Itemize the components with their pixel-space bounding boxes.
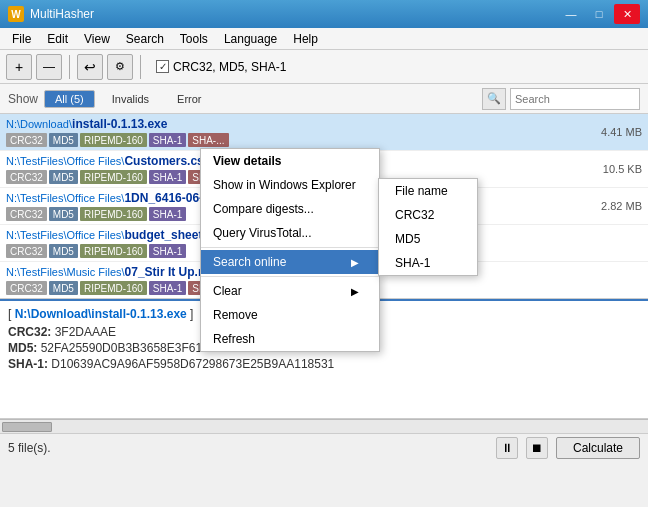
tag-md5: MD5 [49,207,78,221]
tag-ripemd: RIPEMD-160 [80,244,147,258]
tag-ripemd: RIPEMD-160 [80,170,147,184]
sub-sha1[interactable]: SHA-1 [379,251,477,275]
ctx-query-virustotal[interactable]: Query VirusTotal... [201,221,379,245]
tag-ripemd: RIPEMD-160 [80,207,147,221]
maximize-button[interactable]: □ [586,4,612,24]
pause-button[interactable]: ⏸ [496,437,518,459]
filter-all-button[interactable]: All (5) [44,90,95,108]
file-path: N:\Download\install-0.1.13.exe [6,117,601,131]
tag-sha1: SHA-1 [149,244,186,258]
stop-button[interactable]: ⏹ [526,437,548,459]
tag-md5: MD5 [49,281,78,295]
table-row[interactable]: N:\Download\install-0.1.13.exe CRC32 MD5… [0,114,648,151]
tag-sha-extra: SHA-... [188,133,228,147]
minimize-button[interactable]: — [558,4,584,24]
app-title: MultiHasher [30,7,94,21]
file-tags: CRC32 MD5 RIPEMD-160 SHA-1 SHA-... [6,133,601,147]
ctx-separator-2 [201,276,379,277]
ctx-search-online-label: Search online [213,255,286,269]
tag-crc32: CRC32 [6,133,47,147]
ctx-search-online[interactable]: Search online ▶ [201,250,379,274]
filter-bar: Show All (5) Invalids Error 🔍 [0,84,648,114]
sub-filename[interactable]: File name [379,179,477,203]
ctx-show-explorer[interactable]: Show in Windows Explorer [201,173,379,197]
submenu: File name CRC32 MD5 SHA-1 [378,178,478,276]
tag-sha1: SHA-1 [149,207,186,221]
tag-crc32: CRC32 [6,170,47,184]
details-path-link[interactable]: N:\Download\install-0.1.13.exe [15,307,187,321]
scroll-thumb[interactable] [2,422,52,432]
menu-bar: File Edit View Search Tools Language Hel… [0,28,648,50]
search-area: 🔍 [482,88,640,110]
tag-crc32: CRC32 [6,207,47,221]
tag-md5: MD5 [49,133,78,147]
toolbar: + — ↩ ⚙ ✓ CRC32, MD5, SHA-1 [0,50,648,84]
title-bar-left: W MultiHasher [8,6,94,22]
ctx-view-details[interactable]: View details [201,149,379,173]
filter-error-button[interactable]: Error [166,90,212,108]
tag-ripemd: RIPEMD-160 [80,133,147,147]
sub-crc32[interactable]: CRC32 [379,203,477,227]
file-info: N:\Download\install-0.1.13.exe CRC32 MD5… [6,117,601,147]
tag-crc32: CRC32 [6,244,47,258]
hash-options: ✓ CRC32, MD5, SHA-1 [156,60,286,74]
check-mark-icon: ✓ [159,61,167,72]
md5-label: MD5: [8,341,37,355]
hash-checkbox[interactable]: ✓ [156,60,169,73]
back-button[interactable]: ↩ [77,54,103,80]
file-size: 2.82 MB [601,200,642,212]
tag-md5: MD5 [49,244,78,258]
menu-search[interactable]: Search [118,28,172,49]
horizontal-scrollbar[interactable] [0,419,648,433]
title-bar-controls: — □ ✕ [558,4,640,24]
ctx-refresh[interactable]: Refresh [201,327,379,351]
tag-ripemd: RIPEMD-160 [80,281,147,295]
file-size: 10.5 KB [603,163,642,175]
title-bar: W MultiHasher — □ ✕ [0,0,648,28]
ctx-remove[interactable]: Remove [201,303,379,327]
sha1-label: SHA-1: [8,357,48,371]
file-row-inner: N:\Download\install-0.1.13.exe CRC32 MD5… [6,117,642,147]
ctx-compare-digests[interactable]: Compare digests... [201,197,379,221]
ctx-clear[interactable]: Clear ▶ [201,279,379,303]
ctx-separator-1 [201,247,379,248]
tag-sha1: SHA-1 [149,281,186,295]
config-button[interactable]: ⚙ [107,54,133,80]
add-button[interactable]: + [6,54,32,80]
menu-edit[interactable]: Edit [39,28,76,49]
file-name: install-0.1.13.exe [72,117,167,131]
sub-md5[interactable]: MD5 [379,227,477,251]
sha1-value: D10639AC9A96AF5958D67298673E25B9AA118531 [51,357,334,371]
crc32-value: 3F2DAAAE [55,325,116,339]
app-icon: W [8,6,24,22]
filter-invalids-button[interactable]: Invalids [101,90,160,108]
menu-help[interactable]: Help [285,28,326,49]
menu-language[interactable]: Language [216,28,285,49]
status-bar: 5 file(s). ⏸ ⏹ Calculate [0,433,648,461]
hash-options-label: CRC32, MD5, SHA-1 [173,60,286,74]
tag-crc32: CRC32 [6,281,47,295]
remove-button[interactable]: — [36,54,62,80]
crc32-label: CRC32: [8,325,51,339]
calculate-button[interactable]: Calculate [556,437,640,459]
menu-view[interactable]: View [76,28,118,49]
search-icon-button[interactable]: 🔍 [482,88,506,110]
show-label: Show [8,92,38,106]
file-size: 4.41 MB [601,126,642,138]
details-sha1-line: SHA-1: D10639AC9A96AF5958D67298673E25B9A… [8,357,640,371]
context-menu: View details Show in Windows Explorer Co… [200,148,380,352]
status-file-count: 5 file(s). [8,441,488,455]
menu-tools[interactable]: Tools [172,28,216,49]
ctx-submenu-arrow: ▶ [351,257,359,268]
tag-sha1: SHA-1 [149,170,186,184]
ctx-clear-arrow: ▶ [351,286,359,297]
search-input[interactable] [510,88,640,110]
tag-md5: MD5 [49,170,78,184]
ctx-clear-label: Clear [213,284,242,298]
toolbar-separator-1 [69,55,70,79]
file-name: Customers.csv [124,154,210,168]
menu-file[interactable]: File [4,28,39,49]
toolbar-separator-2 [140,55,141,79]
close-button[interactable]: ✕ [614,4,640,24]
tag-sha1: SHA-1 [149,133,186,147]
